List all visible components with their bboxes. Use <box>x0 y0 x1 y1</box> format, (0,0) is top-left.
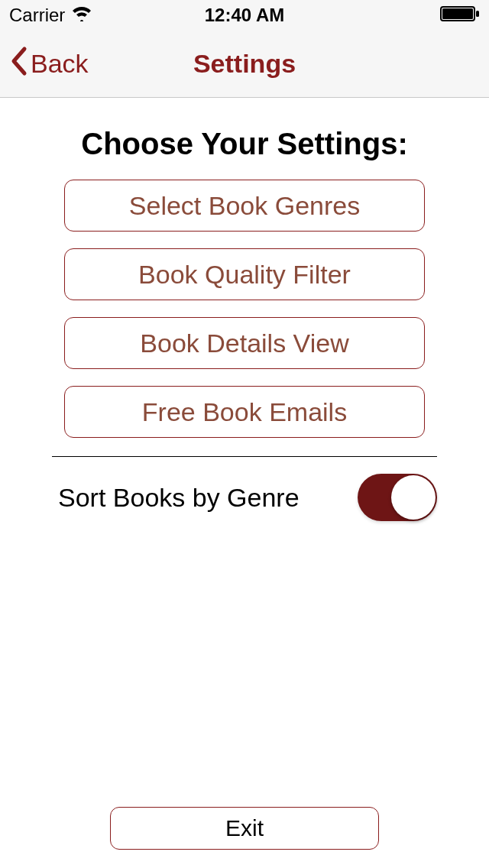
select-book-genres-button[interactable]: Select Book Genres <box>64 180 425 232</box>
free-book-emails-button[interactable]: Free Book Emails <box>64 386 425 438</box>
chevron-left-icon <box>9 46 28 83</box>
sort-by-genre-row: Sort Books by Genre <box>15 474 474 521</box>
toggle-knob <box>391 475 436 520</box>
main-content: Choose Your Settings: Select Book Genres… <box>0 127 489 521</box>
status-left: Carrier <box>9 5 92 26</box>
back-button[interactable]: Back <box>0 46 89 83</box>
exit-button[interactable]: Exit <box>110 807 379 850</box>
wifi-icon <box>71 5 92 26</box>
status-bar: Carrier 12:40 AM <box>0 0 489 31</box>
book-quality-filter-button[interactable]: Book Quality Filter <box>64 248 425 300</box>
svg-rect-1 <box>442 8 473 19</box>
divider <box>52 456 437 457</box>
exit-wrap: Exit <box>0 807 489 850</box>
nav-bar: Back Settings <box>0 31 489 98</box>
settings-heading: Choose Your Settings: <box>15 127 474 161</box>
back-label: Back <box>31 49 89 79</box>
svg-rect-2 <box>476 11 479 17</box>
book-details-view-button[interactable]: Book Details View <box>64 317 425 369</box>
sort-by-genre-toggle[interactable] <box>358 474 437 521</box>
status-right <box>440 5 480 26</box>
battery-icon <box>440 5 480 26</box>
carrier-label: Carrier <box>9 5 65 26</box>
settings-options: Select Book Genres Book Quality Filter B… <box>15 180 474 438</box>
sort-by-genre-label: Sort Books by Genre <box>58 483 300 513</box>
